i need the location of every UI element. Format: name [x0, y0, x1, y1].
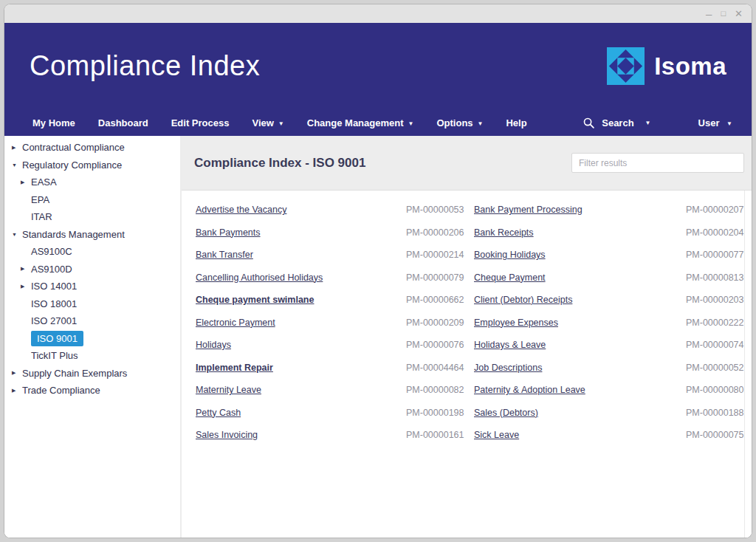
- process-link[interactable]: Job Descriptions: [462, 363, 686, 373]
- nav-item-label: View: [252, 117, 273, 128]
- process-link[interactable]: Employee Expenses: [462, 318, 686, 328]
- sidebar-item-tickit-plus[interactable]: TickIT Plus: [4, 347, 180, 365]
- process-link[interactable]: Cheque Payment: [462, 272, 686, 283]
- table-row: Bank TransferPM-00000214Booking Holidays…: [196, 250, 752, 272]
- sidebar-item-label: Trade Compliance: [22, 383, 100, 397]
- chevron-right-icon[interactable]: ▶: [21, 266, 31, 272]
- chevron-right-icon[interactable]: ▶: [21, 284, 31, 289]
- chevron-right-icon[interactable]: ▶: [12, 145, 22, 151]
- sidebar-item-supply-chain-exemplars[interactable]: ▶Supply Chain Exemplars: [4, 365, 180, 383]
- page-title: Compliance Index: [30, 50, 260, 82]
- process-link[interactable]: Bank Payments: [196, 227, 406, 238]
- nav-item-label: Edit Process: [171, 117, 230, 128]
- sidebar-item-iso-27001[interactable]: ISO 27001: [4, 312, 180, 330]
- nav-item-change-management[interactable]: Change Management▼: [307, 117, 414, 128]
- nav-item-label: Dashboard: [98, 117, 148, 128]
- process-link[interactable]: Sales Invoicing: [196, 430, 406, 440]
- process-link[interactable]: Cancelling Authorised Holidays: [196, 272, 406, 283]
- nav-item-label: Options: [436, 117, 472, 128]
- sidebar-item-iso-18001[interactable]: ISO 18001: [4, 295, 180, 313]
- process-link[interactable]: Bank Payment Processing: [462, 205, 686, 215]
- process-link[interactable]: Electronic Payment: [196, 318, 406, 328]
- process-id: PM-00000161: [406, 430, 462, 440]
- sidebar-item-as9100c[interactable]: AS9100C: [4, 243, 180, 261]
- maximize-icon[interactable]: □: [721, 10, 726, 18]
- sidebar-item-label: Standards Management: [22, 227, 125, 241]
- nav-menu: My HomeDashboardEdit ProcessView▼Change …: [32, 117, 527, 128]
- process-id: PM-00000080: [686, 385, 739, 395]
- chevron-down-icon: ▼: [278, 120, 284, 127]
- table-row: Maternity LeavePM-00000082Paternity & Ad…: [196, 385, 752, 408]
- sidebar-item-label: EASA: [31, 175, 57, 189]
- process-link[interactable]: Holidays: [196, 340, 406, 350]
- table-row: Sales InvoicingPM-00000161Sick LeavePM-0…: [196, 430, 752, 453]
- process-link[interactable]: Advertise the Vacancy: [196, 205, 406, 215]
- nav-item-my-home[interactable]: My Home: [32, 117, 75, 128]
- nav-item-options[interactable]: Options▼: [436, 117, 483, 128]
- process-id: PM-00000214: [406, 250, 462, 260]
- sidebar-item-itar[interactable]: ITAR: [4, 208, 180, 226]
- process-link[interactable]: Cheque payment swimlane: [196, 295, 406, 305]
- app-header: Compliance Index Isoma: [4, 23, 752, 109]
- sidebar-item-standards-management[interactable]: ▼Standards Management: [4, 226, 180, 244]
- user-menu-button[interactable]: User ▼: [698, 117, 732, 128]
- process-id: PM-00004464: [406, 363, 462, 373]
- sidebar-item-label: TickIT Plus: [31, 349, 78, 363]
- chevron-right-icon[interactable]: ▶: [12, 388, 22, 394]
- search-icon: [583, 117, 595, 129]
- table-row: Electronic PaymentPM-00000209Employee Ex…: [196, 318, 752, 340]
- sidebar-item-label: ISO 27001: [31, 314, 77, 328]
- brand-name: Isoma: [654, 52, 726, 80]
- process-link[interactable]: Sick Leave: [462, 430, 686, 440]
- process-link[interactable]: Petty Cash: [196, 408, 406, 418]
- content-header: Compliance Index - ISO 9001: [182, 136, 752, 191]
- process-link[interactable]: Client (Debtor) Receipts: [462, 295, 686, 305]
- sidebar-item-as9100d[interactable]: ▶AS9100D: [4, 261, 180, 278]
- search-button[interactable]: Search ▼: [583, 117, 650, 129]
- sidebar-item-regulatory-compliance[interactable]: ▼Regulatory Compliance: [4, 157, 180, 174]
- sidebar-item-trade-compliance[interactable]: ▶Trade Compliance: [4, 382, 180, 399]
- process-id: PM-00000077: [686, 250, 739, 260]
- close-icon[interactable]: ✕: [735, 9, 743, 18]
- process-id: PM-00000204: [686, 227, 739, 238]
- sidebar-item-easa[interactable]: ▶EASA: [4, 174, 180, 191]
- sidebar-item-label: AS9100C: [31, 244, 72, 258]
- body: ▶Contractual Compliance▼Regulatory Compl…: [4, 136, 752, 538]
- table-row: Bank PaymentsPM-00000206Bank ReceiptsPM-…: [196, 227, 752, 250]
- main-content: Compliance Index - ISO 9001 Advertise th…: [182, 136, 752, 538]
- sidebar-item-contractual-compliance[interactable]: ▶Contractual Compliance: [4, 139, 180, 157]
- nav-item-label: My Home: [32, 117, 75, 128]
- process-id: PM-00000203: [686, 295, 739, 305]
- process-id: PM-00000053: [406, 205, 462, 215]
- process-id: PM-00000074: [686, 340, 739, 350]
- nav-item-dashboard[interactable]: Dashboard: [98, 117, 148, 128]
- chevron-down-icon[interactable]: ▼: [12, 162, 22, 168]
- table-row: Implement RepairPM-00004464Job Descripti…: [196, 363, 752, 385]
- sidebar-item-label: ISO 14001: [31, 279, 77, 293]
- process-link[interactable]: Sales (Debtors): [462, 408, 686, 418]
- table-row: Petty CashPM-00000198Sales (Debtors)PM-0…: [196, 408, 752, 430]
- nav-item-view[interactable]: View▼: [252, 117, 284, 128]
- app-window: – □ ✕ Compliance Index Isoma My HomeDash…: [4, 4, 752, 538]
- process-link[interactable]: Bank Transfer: [196, 250, 406, 260]
- sidebar-item-epa[interactable]: EPA: [4, 191, 180, 209]
- process-link[interactable]: Booking Holidays: [462, 250, 686, 260]
- chevron-right-icon[interactable]: ▶: [12, 370, 22, 376]
- minimize-icon[interactable]: –: [706, 8, 712, 19]
- filter-results-input[interactable]: [571, 153, 744, 173]
- nav-item-label: Help: [506, 117, 526, 128]
- sidebar-item-iso-14001[interactable]: ▶ISO 14001: [4, 278, 180, 295]
- process-link[interactable]: Maternity Leave: [196, 385, 406, 395]
- navbar: My HomeDashboardEdit ProcessView▼Change …: [4, 109, 752, 136]
- process-link[interactable]: Paternity & Adoption Leave: [462, 385, 686, 395]
- nav-item-help[interactable]: Help: [506, 117, 526, 128]
- chevron-down-icon[interactable]: ▼: [12, 232, 22, 237]
- process-link[interactable]: Holidays & Leave: [462, 340, 686, 350]
- user-label: User: [698, 117, 720, 128]
- table-row: HolidaysPM-00000076Holidays & LeavePM-00…: [196, 340, 752, 363]
- sidebar-item-iso-9001[interactable]: ISO 9001: [4, 330, 180, 348]
- nav-item-edit-process[interactable]: Edit Process: [171, 117, 230, 128]
- process-link[interactable]: Implement Repair: [196, 363, 406, 373]
- chevron-right-icon[interactable]: ▶: [21, 179, 31, 185]
- process-link[interactable]: Bank Receipts: [462, 227, 686, 238]
